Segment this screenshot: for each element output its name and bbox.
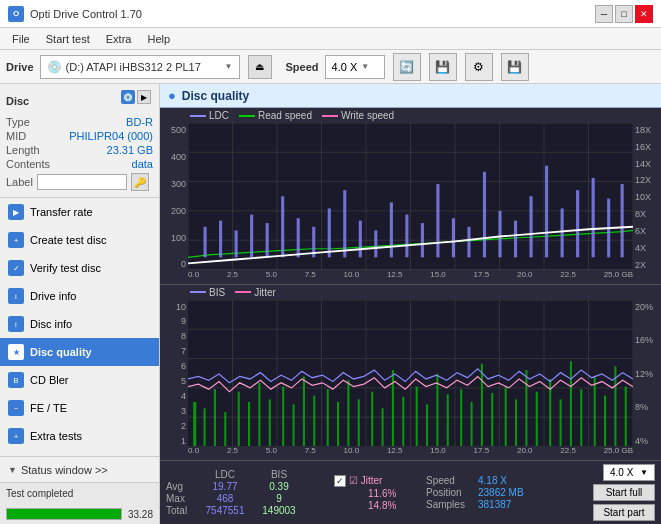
nav-label-drive-info: Drive info bbox=[30, 290, 76, 302]
read-color bbox=[239, 115, 255, 117]
ldc-label: LDC bbox=[209, 110, 229, 121]
content-header-icon: ● bbox=[168, 88, 176, 103]
upper-y-left: 500 400 300 200 100 0 bbox=[160, 123, 188, 284]
jitter-max: 14.8% bbox=[368, 500, 396, 511]
sidebar: Disc 💿 ▶ Type BD-R MID PHILIPR04 (000) L… bbox=[0, 84, 160, 524]
menu-file[interactable]: File bbox=[4, 30, 38, 48]
start-full-button[interactable]: Start full bbox=[593, 484, 655, 501]
speed-select[interactable]: 4.0 X ▼ bbox=[325, 55, 385, 79]
disc-label-btn[interactable]: 🔑 bbox=[131, 173, 149, 191]
sidebar-item-drive-info[interactable]: i Drive info bbox=[0, 282, 159, 310]
samples-row: Samples 381387 bbox=[426, 499, 526, 510]
samples-label: Samples bbox=[426, 499, 474, 510]
svg-rect-29 bbox=[374, 230, 377, 257]
svg-rect-20 bbox=[235, 230, 238, 257]
sidebar-item-transfer-rate[interactable]: ▶ Transfer rate bbox=[0, 198, 159, 226]
max-bis: 9 bbox=[254, 493, 304, 504]
content-header: ● Disc quality bbox=[160, 84, 661, 108]
transfer-rate-icon: ▶ bbox=[8, 204, 24, 220]
disc-contents-value: data bbox=[132, 158, 153, 170]
sidebar-item-create-test-disc[interactable]: + Create test disc bbox=[0, 226, 159, 254]
disc-title: Disc bbox=[6, 95, 29, 107]
svg-rect-65 bbox=[214, 389, 216, 446]
save-button[interactable]: 💾 bbox=[501, 53, 529, 81]
disc-label-input[interactable] bbox=[37, 174, 127, 190]
progress-bar bbox=[7, 509, 121, 519]
sidebar-nav: ▶ Transfer rate + Create test disc ✓ Ver… bbox=[0, 198, 159, 482]
svg-rect-21 bbox=[250, 215, 253, 258]
sidebar-item-extra-tests[interactable]: + Extra tests bbox=[0, 422, 159, 450]
sidebar-item-disc-quality[interactable]: ★ Disc quality bbox=[0, 338, 159, 366]
svg-rect-90 bbox=[491, 392, 493, 446]
drive-select[interactable]: 💿 (D:) ATAPI iHBS312 2 PL17 ▼ bbox=[40, 55, 240, 79]
menu-help[interactable]: Help bbox=[139, 30, 178, 48]
nav-label-cd-bler: CD Bler bbox=[30, 374, 69, 386]
start-part-button[interactable]: Start part bbox=[593, 504, 655, 521]
disc-mid-label: MID bbox=[6, 130, 26, 142]
jitter-header-label: ☑ Jitter bbox=[349, 475, 382, 486]
svg-rect-94 bbox=[536, 391, 538, 446]
position-value: 23862 MB bbox=[478, 487, 524, 498]
upper-y-right: 18X 16X 14X 12X 10X 8X 6X 4X 2X bbox=[633, 123, 661, 284]
legend-read: Read speed bbox=[239, 110, 312, 121]
status-window-button[interactable]: ▼ Status window >> bbox=[0, 456, 159, 482]
svg-rect-82 bbox=[402, 396, 404, 446]
svg-rect-43 bbox=[592, 178, 595, 257]
svg-rect-40 bbox=[545, 166, 548, 258]
sidebar-item-fe-te[interactable]: ~ FE / TE bbox=[0, 394, 159, 422]
nav-label-create-test-disc: Create test disc bbox=[30, 234, 106, 246]
disc-length-label: Length bbox=[6, 144, 40, 156]
minimize-button[interactable]: ─ bbox=[595, 5, 613, 23]
speed-selector[interactable]: 4.0 X ▼ bbox=[603, 464, 655, 481]
disc-icon-1: 💿 bbox=[121, 90, 135, 104]
jitter-label: Jitter bbox=[254, 287, 276, 298]
extra-tests-icon: + bbox=[8, 428, 24, 444]
close-button[interactable]: ✕ bbox=[635, 5, 653, 23]
eject-button[interactable]: ⏏ bbox=[248, 55, 272, 79]
svg-rect-26 bbox=[328, 208, 331, 257]
start-section: 4.0 X ▼ Start full Start part bbox=[593, 464, 655, 521]
sidebar-item-cd-bler[interactable]: B CD Bler bbox=[0, 366, 159, 394]
app-icon: O bbox=[8, 6, 24, 22]
legend-write: Write speed bbox=[322, 110, 394, 121]
stats-header-row: LDC BIS bbox=[166, 469, 326, 480]
max-label: Max bbox=[166, 493, 196, 504]
lower-chart-area: BIS Jitter 10 9 8 7 6 5 bbox=[160, 285, 661, 461]
legend-bis: BIS bbox=[190, 287, 225, 298]
svg-rect-96 bbox=[560, 399, 562, 446]
progress-bar-container bbox=[6, 508, 122, 520]
svg-rect-86 bbox=[447, 394, 449, 446]
sidebar-item-disc-info[interactable]: i Disc info bbox=[0, 310, 159, 338]
svg-rect-75 bbox=[327, 389, 329, 446]
write-color bbox=[322, 115, 338, 117]
upper-x-axis: 0.0 2.5 5.0 7.5 10.0 12.5 15.0 17.5 20.0… bbox=[188, 270, 633, 284]
content-area: ● Disc quality LDC Read speed bbox=[160, 84, 661, 524]
svg-rect-83 bbox=[416, 386, 418, 446]
total-bis: 149003 bbox=[254, 505, 304, 516]
menu-start-test[interactable]: Start test bbox=[38, 30, 98, 48]
speed-value: 4.0 X bbox=[332, 61, 358, 73]
jitter-checkbox[interactable]: ✓ bbox=[334, 475, 346, 487]
bis-label: BIS bbox=[209, 287, 225, 298]
jitter-max-row: 14.8% bbox=[334, 500, 414, 511]
svg-rect-39 bbox=[530, 196, 533, 257]
sidebar-item-verify-test-disc[interactable]: ✓ Verify test disc bbox=[0, 254, 159, 282]
lower-y-left: 10 9 8 7 6 5 4 3 2 1 bbox=[160, 300, 188, 461]
disc-label-row: Label 🔑 bbox=[6, 173, 153, 191]
svg-rect-32 bbox=[421, 223, 424, 257]
menu-extra[interactable]: Extra bbox=[98, 30, 140, 48]
refresh-button[interactable]: 🔄 bbox=[393, 53, 421, 81]
jitter-color bbox=[235, 291, 251, 293]
stats-total-row: Total 7547551 149003 bbox=[166, 505, 326, 516]
bis-header: BIS bbox=[254, 469, 304, 480]
lower-chart-svg-container: 0.0 2.5 5.0 7.5 10.0 12.5 15.0 17.5 20.0… bbox=[188, 300, 633, 461]
avg-label: Avg bbox=[166, 481, 196, 492]
disc-icon-2[interactable]: ▶ bbox=[137, 90, 151, 104]
svg-rect-76 bbox=[337, 401, 339, 446]
lower-y-right: 20% 16% 12% 8% 4% bbox=[633, 300, 661, 461]
disc-button[interactable]: 💾 bbox=[429, 53, 457, 81]
svg-rect-37 bbox=[498, 211, 501, 257]
total-label: Total bbox=[166, 505, 196, 516]
maximize-button[interactable]: □ bbox=[615, 5, 633, 23]
settings-button[interactable]: ⚙ bbox=[465, 53, 493, 81]
